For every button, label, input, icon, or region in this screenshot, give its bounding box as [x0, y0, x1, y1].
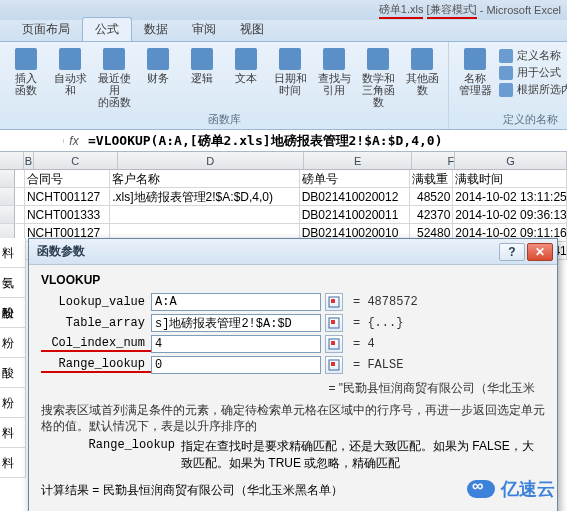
name-box[interactable]: [0, 139, 64, 143]
row-header[interactable]: [0, 206, 15, 223]
tab-formulas[interactable]: 公式: [82, 17, 132, 41]
arg-input[interactable]: [151, 314, 321, 332]
ribbon-button[interactable]: 文本: [226, 46, 266, 110]
ribbon-button[interactable]: 财务: [138, 46, 178, 110]
dialog-close-button[interactable]: ✕: [527, 243, 553, 261]
group-label-functions: 函数库: [6, 112, 442, 127]
arg-input[interactable]: [151, 293, 321, 311]
ribbon-list-item[interactable]: 根据所选内容创建: [499, 82, 567, 97]
cell[interactable]: DB021410020012: [300, 188, 410, 205]
arg-row: Col_index_num= 4: [41, 335, 545, 353]
cell[interactable]: 满载重: [410, 170, 454, 187]
cell[interactable]: 2014-10-02 09:36:13: [453, 206, 567, 223]
cell[interactable]: 48520: [410, 188, 454, 205]
lookup-icon: [323, 48, 345, 70]
ribbon-button[interactable]: 最近使用的函数: [94, 46, 134, 110]
arg-row: Table_array= {...}: [41, 314, 545, 332]
svg-rect-7: [331, 362, 335, 366]
col-header[interactable]: G: [455, 152, 567, 169]
arg-label: Range_lookup: [41, 357, 151, 373]
col-header[interactable]: E: [304, 152, 412, 169]
formula-bar: fx =VLOOKUP(A:A,[磅单2.xls]地磅报表管理2!$A:$D,4…: [0, 130, 567, 152]
cell-fragment[interactable]: 粉: [0, 298, 26, 328]
inline-result: = "民勤县恒润商贸有限公司（华北玉米: [41, 380, 545, 396]
ribbon-button[interactable]: 逻辑: [182, 46, 222, 110]
arg-input[interactable]: [151, 356, 321, 374]
function-description: 搜索表区域首列满足条件的元素，确定待检索单元格在区域中的行序号，再进一步返回选定…: [41, 402, 545, 434]
text-icon: [235, 48, 257, 70]
cell[interactable]: 满载时间: [453, 170, 567, 187]
cell-fragment[interactable]: 粉: [0, 388, 26, 418]
cell[interactable]: 客户名称: [110, 170, 299, 187]
row-header[interactable]: [0, 188, 15, 205]
range-select-button[interactable]: [325, 293, 343, 311]
cell[interactable]: 42370: [410, 206, 454, 223]
col-header[interactable]: B: [24, 152, 33, 169]
arg-label: Col_index_num: [41, 336, 151, 352]
date-icon: [279, 48, 301, 70]
cell-fragment[interactable]: 氨酸: [0, 268, 26, 298]
cell[interactable]: .xls]地磅报表管理2!$A:$D,4,0): [110, 188, 299, 205]
formula-input[interactable]: =VLOOKUP(A:A,[磅单2.xls]地磅报表管理2!$A:$D,4,0): [84, 130, 567, 152]
dialog-help-button[interactable]: ?: [499, 243, 525, 261]
table-row: NCHT001333DB021410020011423702014-10-02 …: [0, 206, 567, 224]
cell[interactable]: [15, 170, 25, 187]
cell[interactable]: [110, 206, 299, 223]
ribbon-tabs: 页面布局 公式 数据 审阅 视图: [0, 20, 567, 42]
cell[interactable]: DB021410020011: [300, 206, 410, 223]
cell[interactable]: [15, 188, 25, 205]
col-header[interactable]: F: [412, 152, 455, 169]
ribbon-button[interactable]: 其他函数: [402, 46, 442, 110]
column-headers: B C D E F G: [0, 152, 567, 170]
range-select-button[interactable]: [325, 356, 343, 374]
function-arguments-dialog: 函数参数 ? ✕ VLOOKUP Lookup_value= 4878572Ta…: [28, 238, 558, 511]
mini-icon: [499, 83, 513, 97]
fx-icon[interactable]: fx: [64, 134, 84, 148]
ribbon-button[interactable]: 自动求和: [50, 46, 90, 110]
cell[interactable]: 2014-10-02 13:11:25: [453, 188, 567, 205]
ribbon-list-item[interactable]: 定义名称: [499, 48, 567, 63]
name-manager-button[interactable]: 名称 管理器: [455, 46, 495, 99]
dialog-titlebar[interactable]: 函数参数 ? ✕: [29, 239, 557, 265]
col-header[interactable]: D: [118, 152, 304, 169]
svg-rect-1: [331, 299, 335, 303]
mini-icon: [499, 66, 513, 80]
watermark: 亿速云: [467, 477, 555, 501]
arg-desc-text: 指定在查找时是要求精确匹配，还是大致匹配。如果为 FALSE，大致匹配。如果为 …: [181, 438, 545, 472]
select-all-corner[interactable]: [0, 152, 24, 169]
cell-fragment[interactable]: 料: [0, 418, 26, 448]
title-mode: [兼容模式]: [427, 2, 477, 19]
title-filename: 磅单1.xls: [379, 2, 424, 19]
ribbon-button[interactable]: 数学和三角函数: [358, 46, 398, 110]
cell-fragment[interactable]: 粉: [0, 328, 26, 358]
arg-input[interactable]: [151, 335, 321, 353]
cell[interactable]: NCHT001127: [25, 188, 110, 205]
arg-label: Lookup_value: [41, 295, 151, 309]
tab-review[interactable]: 审阅: [180, 18, 228, 41]
range-select-button[interactable]: [325, 335, 343, 353]
cell[interactable]: 合同号: [25, 170, 110, 187]
ribbon: 插入函数自动求和最近使用的函数财务逻辑文本日期和时间查找与引用数学和三角函数其他…: [0, 42, 567, 130]
cell-fragment[interactable]: 料: [0, 238, 26, 268]
math-icon: [367, 48, 389, 70]
ribbon-button[interactable]: 查找与引用: [314, 46, 354, 110]
col-header[interactable]: C: [34, 152, 118, 169]
tab-page-layout[interactable]: 页面布局: [10, 18, 82, 41]
table-row: NCHT001127.xls]地磅报表管理2!$A:$D,4,0)DB02141…: [0, 188, 567, 206]
ribbon-list-item[interactable]: 用于公式: [499, 65, 567, 80]
cloud-icon: [467, 480, 495, 498]
ribbon-button[interactable]: 插入函数: [6, 46, 46, 110]
ribbon-button[interactable]: 日期和时间: [270, 46, 310, 110]
cell[interactable]: [15, 206, 25, 223]
cell[interactable]: NCHT001333: [25, 206, 110, 223]
tab-data[interactable]: 数据: [132, 18, 180, 41]
dialog-title: 函数参数: [37, 243, 85, 260]
function-name: VLOOKUP: [41, 273, 545, 287]
mini-icon: [499, 49, 513, 63]
cell[interactable]: 磅单号: [300, 170, 410, 187]
tab-view[interactable]: 视图: [228, 18, 276, 41]
cell-fragment[interactable]: 料: [0, 448, 26, 478]
cell-fragment[interactable]: 酸: [0, 358, 26, 388]
row-header[interactable]: [0, 170, 15, 187]
range-select-button[interactable]: [325, 314, 343, 332]
